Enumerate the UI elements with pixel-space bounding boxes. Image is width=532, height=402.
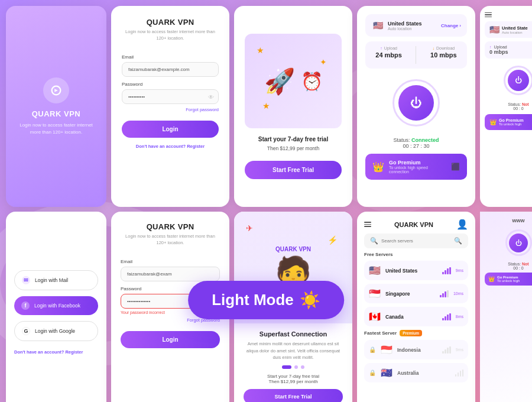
sg-server-name: Singapore [385, 291, 435, 297]
search-submit-icon[interactable]: 🔍 [454, 237, 462, 245]
light-mode-text: Light Mode [212, 291, 294, 309]
server-row-id: 🔒 🇮🇩 Indonesia 9ms [364, 340, 468, 359]
change-button[interactable]: Change › [441, 23, 461, 28]
mail-icon: ✉ [22, 276, 30, 284]
mini-header: QUARK [485, 12, 532, 18]
login-with-facebook-button[interactable]: f Login with Facebook [14, 296, 98, 315]
trial-illustration: ★ ✦ ★ 🚀 ⏰ [245, 34, 342, 128]
login-card: QUARK VPN Login now to access faster int… [111, 6, 229, 207]
mini-premium-sub: To unlock high [499, 122, 524, 126]
upload-arrow-icon: ↑ [380, 46, 382, 50]
onboard-trial-text: Start your 7-day free trial [244, 374, 343, 379]
power-icon: ⏻ [410, 96, 422, 110]
splash-logo-icon [43, 77, 69, 103]
id-signal-bars [442, 346, 451, 354]
download-speed: 10 mbps [430, 51, 457, 59]
mini-power-icon: ⏻ [515, 76, 522, 85]
mini-upload-label: Upload [494, 45, 507, 49]
premium-badge: Premium [400, 330, 422, 336]
server-row-sg[interactable]: 🇸🇬 Singapore 10ms [364, 284, 468, 303]
onboard-heading: Superfast Connection [244, 330, 343, 338]
google-icon: G [22, 327, 30, 335]
star-icon-1: ★ [257, 46, 264, 55]
upload-speed: 24 mbps [375, 51, 402, 59]
trial-card: ★ ✦ ★ 🚀 ⏰ Start your 7-day free trial Th… [234, 6, 352, 207]
profile-icon[interactable]: 👤 [456, 219, 468, 230]
sun-icon: ☀️ [300, 290, 320, 310]
mini-connection-status: Not [522, 102, 529, 106]
mini-right-status: Status: Not 00 : 0 [485, 262, 532, 270]
email-label: Email [122, 54, 219, 60]
password-input[interactable]: •••••••••• [122, 89, 219, 104]
login2-button[interactable]: Login [121, 331, 220, 348]
star-icon-3: ★ [262, 101, 270, 111]
speed-row: ↑ Upload 24 mbps ↓ Download 10 mbps [365, 41, 467, 69]
hamburger-menu-icon[interactable] [485, 12, 492, 18]
connection-status: Connected [411, 137, 439, 143]
status-row: Status: Connected 00 : 27 : 30 [365, 137, 467, 149]
server-list-card: QUARK VPN 👤 🔍 🔍 Free Servers 🇺🇸 United S… [357, 212, 475, 402]
login2-title: QUARK VPN [121, 222, 220, 231]
mini-right-premium-text: Go PremiumTo unlock high [497, 275, 520, 283]
login2-email-label: Email [121, 259, 220, 264]
location-bar: 🇺🇸 United States Auto location Change › [365, 14, 467, 37]
server-header: QUARK VPN 👤 [364, 219, 468, 230]
fastest-section-label: Fastest Server Premium [364, 330, 468, 336]
login-with-mail-button[interactable]: ✉ Login with Mail [14, 270, 98, 290]
mini-country-name: United State [502, 25, 528, 31]
search-input[interactable] [381, 238, 451, 244]
chevron-right-icon: › [459, 23, 461, 28]
us-flag: 🇺🇸 [371, 19, 384, 32]
mini-power-ring[interactable]: ⏻ [504, 66, 532, 95]
login-button[interactable]: Login [122, 121, 219, 138]
mini-right-premium[interactable]: 👑 Go PremiumTo unlock high [485, 273, 532, 286]
us-ping: 9ms [456, 268, 463, 273]
splash-title: QUARK VPN [32, 109, 81, 118]
search-icon: 🔍 [370, 237, 378, 245]
eye-icon[interactable]: 👁 [208, 93, 214, 100]
us-signal-bars [442, 267, 451, 274]
server-row-us[interactable]: 🇺🇸 United States 9ms [364, 261, 468, 280]
email-input[interactable]: faizamubarak@example.com [122, 62, 219, 77]
login-subtitle: Login now to access faster internet more… [122, 29, 219, 41]
social-login-card: ✉ Login with Mail f Login with Facebook … [6, 212, 106, 402]
trial-title: Start your 7-day free trial [258, 135, 328, 144]
download-label: Download [436, 46, 455, 50]
us-server-flag: 🇺🇸 [369, 265, 381, 276]
password-label: Password [122, 82, 219, 87]
free-servers-label: Free Servers [364, 252, 468, 257]
login2-email-input[interactable]: faizamubarak@exam [121, 267, 220, 281]
ca-server-name: Canada [385, 314, 437, 320]
onboard-logo: QUARK VPN [275, 246, 311, 252]
sg-ping: 10ms [453, 291, 463, 296]
forgot-password-link[interactable]: Forgot password [122, 107, 219, 112]
dot-1 [282, 365, 291, 369]
dot-3 [301, 365, 304, 369]
mini-right-panel-card: www ⏻ Status: Not 00 : 0 👑 Go PremiumTo … [480, 212, 532, 402]
ca-signal-bars [442, 313, 451, 320]
start-trial-button[interactable]: Start Free Trial [245, 161, 342, 179]
id-server-name: Indonesia [397, 347, 437, 353]
mini-premium-bar[interactable]: 👑 Go Premium To unlock high [485, 114, 532, 130]
mini-location-bar: 🇺🇸 United State Auto location [485, 21, 532, 38]
power-ring[interactable]: ⏻ [365, 73, 467, 132]
auto-location: Auto location [388, 27, 422, 31]
vpn-connected-card: 🇺🇸 United States Auto location Change › … [357, 6, 475, 207]
mini-right-ring[interactable]: ⏻ [505, 229, 532, 256]
onboard-trial-button[interactable]: Start Free Trial [244, 389, 343, 402]
mini-upload-arrow-icon: ↑ [489, 45, 492, 49]
login-with-google-button[interactable]: G Login with Google [14, 321, 98, 341]
onboard-star1-icon: ✈ [246, 223, 253, 233]
server-row-au: 🔒 🇦🇺 Australia [364, 363, 468, 382]
social-register-prompt: Don't have an account? Register [14, 349, 98, 355]
server-panel-title: QUARK VPN [394, 221, 433, 228]
server-hamburger-icon[interactable] [364, 222, 371, 227]
onboard-star2-icon: ⚡ [327, 235, 338, 245]
trial-price: Then $12,99 per month [267, 145, 319, 151]
sg-server-flag: 🇸🇬 [369, 288, 381, 299]
au-signal-bars [455, 369, 464, 377]
search-bar[interactable]: 🔍 🔍 [364, 234, 468, 248]
premium-bar[interactable]: 👑 Go Premium To unlock high speed connec… [365, 154, 467, 180]
login2-subtitle: Login now to access faster internet more… [121, 234, 220, 246]
server-row-ca[interactable]: 🇨🇦 Canada 8ms [364, 307, 468, 326]
